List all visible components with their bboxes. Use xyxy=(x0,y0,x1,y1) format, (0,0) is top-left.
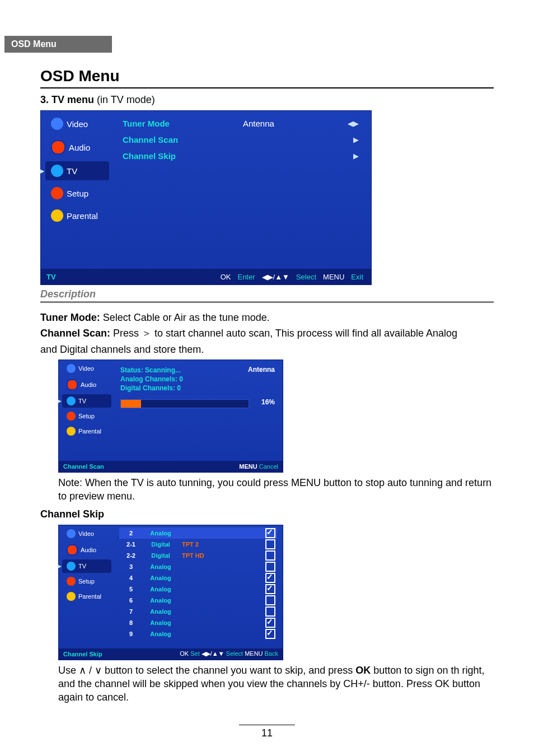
down-icon: ∨ xyxy=(95,665,102,676)
osd3-sidebar: Video Audio TV Setup Parental xyxy=(59,525,115,605)
osd-channel-scan: Video Audio TV Setup Parental Status: Sc… xyxy=(58,360,283,473)
cell-type: Digital xyxy=(143,552,179,559)
row-channel-skip[interactable]: Channel Skip▶ xyxy=(119,148,362,164)
table-row[interactable]: 7Analog xyxy=(119,606,277,617)
cell-type: Analog xyxy=(143,631,179,637)
video-icon xyxy=(67,529,76,538)
page-number: 11 xyxy=(261,727,273,739)
table-row[interactable]: 3Analog xyxy=(119,561,277,572)
osd-channel-skip: Video Audio TV Setup Parental 2Analog2-1… xyxy=(58,525,283,660)
table-row[interactable]: 2-1DigitalTPT 2 xyxy=(119,539,277,550)
cell-check[interactable] xyxy=(264,618,277,628)
table-row[interactable]: 2Analog xyxy=(119,528,277,539)
chevron-right-icon: ▶ xyxy=(353,136,359,144)
arrow-lr-icon: ◀▶ xyxy=(348,119,359,128)
cell-check[interactable] xyxy=(264,550,277,561)
table-row[interactable]: 2-2DigitalTPT HD xyxy=(119,550,277,561)
cell-type: Analog xyxy=(143,563,179,570)
table-row[interactable]: 8Analog xyxy=(119,617,277,628)
sidebar-item-tv[interactable]: TV xyxy=(45,161,109,180)
checkbox-icon xyxy=(265,573,275,583)
cell-name: TPT HD xyxy=(179,552,264,559)
sidebar-item-video[interactable]: Video xyxy=(45,114,109,133)
checkbox-icon xyxy=(265,550,275,561)
cell-check[interactable] xyxy=(264,528,277,538)
osd-tv-menu: Video Audio TV Setup Parental Tuner Mode… xyxy=(40,110,372,285)
cell-channel: 2-1 xyxy=(119,541,143,548)
tv-icon xyxy=(67,562,76,571)
checkbox-icon xyxy=(265,584,275,594)
cell-check[interactable] xyxy=(264,539,277,549)
osd1-footer: TV OK Enter ◀▶/▲▼ Select MENU Exit xyxy=(41,269,371,284)
checkbox-icon xyxy=(265,618,275,628)
sidebar-item-audio[interactable]: Audio xyxy=(62,377,111,393)
table-row[interactable]: 6Analog xyxy=(119,595,277,606)
description-rule xyxy=(40,301,494,303)
checkbox-icon xyxy=(265,562,275,572)
setup-icon xyxy=(67,577,76,586)
cell-type: Analog xyxy=(143,619,179,626)
tv-icon xyxy=(51,165,63,177)
table-row[interactable]: 9Analog xyxy=(119,628,277,640)
checkbox-icon xyxy=(265,595,275,605)
audio-icon xyxy=(67,544,78,556)
channel-skip-heading: Channel Skip xyxy=(40,508,104,520)
setup-icon xyxy=(51,187,63,199)
description-heading: Description xyxy=(40,288,494,300)
channel-table: 2Analog2-1DigitalTPT 22-2DigitalTPT HD3A… xyxy=(119,528,277,640)
sidebar-item-setup[interactable]: Setup xyxy=(62,575,111,588)
up-icon: ∧ xyxy=(79,665,86,676)
checkbox-icon xyxy=(265,528,275,538)
channel-skip-instructions: Use ∧ / ∨ button to select the channel y… xyxy=(58,664,494,704)
audio-icon xyxy=(67,379,78,390)
cell-type: Analog xyxy=(143,530,179,536)
cell-type: Analog xyxy=(143,608,179,615)
sidebar-item-video[interactable]: Video xyxy=(62,527,111,540)
sidebar-item-parental[interactable]: Parental xyxy=(62,424,111,438)
cell-channel: 6 xyxy=(119,597,143,604)
sidebar-item-parental[interactable]: Parental xyxy=(62,590,111,603)
cell-check[interactable] xyxy=(264,595,277,605)
osd3-footer: Channel Skip OK Set ◀▶/▲▼ Select MENU Ba… xyxy=(59,648,283,660)
parental-icon xyxy=(67,592,76,601)
cell-channel: 7 xyxy=(119,608,143,615)
cell-check[interactable] xyxy=(264,629,277,639)
osd2-footer: Channel Scan MENU Cancel xyxy=(59,461,283,472)
sidebar-item-setup[interactable]: Setup xyxy=(62,409,111,423)
checkbox-icon xyxy=(265,606,275,617)
progress-bar xyxy=(120,399,249,408)
cell-channel: 9 xyxy=(119,631,143,637)
row-tuner-mode[interactable]: Tuner ModeAntenna◀▶ xyxy=(119,115,362,132)
parental-icon xyxy=(51,209,63,222)
sidebar-item-parental[interactable]: Parental xyxy=(45,206,109,225)
cell-type: Analog xyxy=(143,597,179,604)
cell-type: Digital xyxy=(143,541,179,548)
setup-icon xyxy=(67,412,76,421)
cell-channel: 2 xyxy=(119,530,143,536)
table-row[interactable]: 5Analog xyxy=(119,584,277,595)
cell-channel: 3 xyxy=(119,563,143,570)
section-tab: OSD Menu xyxy=(4,36,112,53)
section-heading: 3. TV menu (in TV mode) xyxy=(40,94,494,106)
sidebar-item-audio[interactable]: Audio xyxy=(62,542,111,558)
sidebar-item-audio[interactable]: Audio xyxy=(45,137,109,158)
cell-check[interactable] xyxy=(264,606,277,617)
table-row[interactable]: 4Analog xyxy=(119,572,277,584)
video-icon xyxy=(51,118,63,130)
row-channel-scan[interactable]: Channel Scan▶ xyxy=(119,132,362,148)
sidebar-item-tv[interactable]: TV xyxy=(62,394,111,408)
progress-percent: 16% xyxy=(261,398,275,406)
sidebar-item-tv[interactable]: TV xyxy=(62,559,111,573)
sidebar-item-setup[interactable]: Setup xyxy=(45,184,109,203)
title-rule xyxy=(40,87,494,88)
cell-check[interactable] xyxy=(264,584,277,594)
cell-channel: 5 xyxy=(119,586,143,592)
page-footer: 11 xyxy=(0,725,534,739)
chevron-right-icon: ▶ xyxy=(353,152,359,160)
cell-check[interactable] xyxy=(264,573,277,583)
tv-icon xyxy=(67,396,76,405)
cell-check[interactable] xyxy=(264,562,277,572)
sidebar-item-video[interactable]: Video xyxy=(62,362,111,375)
video-icon xyxy=(67,364,76,373)
audio-icon xyxy=(51,140,65,155)
